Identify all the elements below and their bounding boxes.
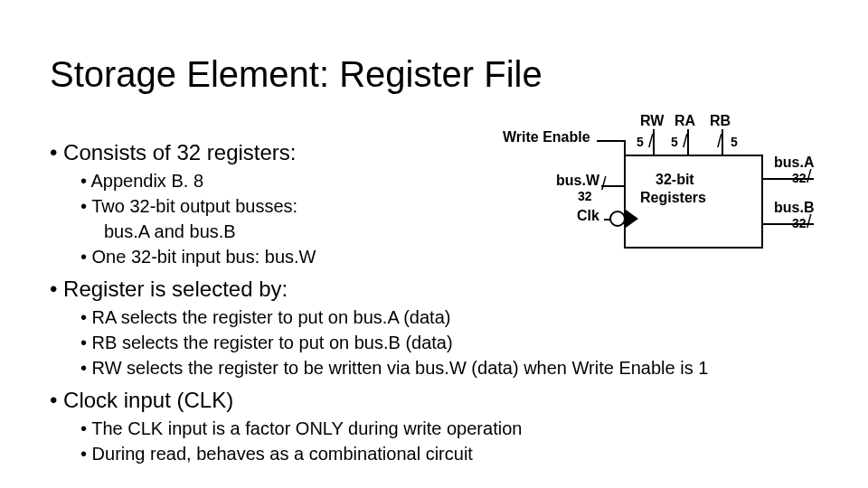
slide-title: Storage Element: Register File [50, 54, 542, 95]
bullet-rw: RW selects the register to be written vi… [80, 357, 777, 380]
bullet-selected-by: Register is selected by: [50, 276, 556, 303]
bullet-clock: Clock input (CLK) [50, 387, 556, 414]
bullet-clk-write: The CLK input is a factor ONLY during wr… [80, 418, 556, 440]
bullet-busab: bus.A and bus.B [104, 221, 556, 243]
box-label-registers: Registers [640, 190, 706, 206]
bullet-appendix: Appendix B. 8 [80, 170, 556, 192]
clock-triangle-icon [626, 210, 638, 228]
label-busw-32: 32 [578, 189, 592, 203]
bullet-two-output: Two 32-bit output busses: [80, 195, 556, 218]
label-write-enable: Write Enable [503, 129, 590, 145]
wire-clk [604, 219, 610, 221]
bullet-rb: RB selects the register to put on bus.B … [80, 332, 556, 354]
label-rw: RW [640, 113, 664, 129]
label-clk: Clk [577, 208, 599, 224]
bullet-one-input: One 32-bit input bus: bus.W [80, 246, 556, 268]
slash-icon: / [717, 131, 722, 152]
bullet-consists: Consists of 32 registers: [50, 139, 556, 166]
slash-icon: / [601, 174, 607, 194]
wire-write-enable [597, 140, 624, 142]
label-5-ra: 5 [671, 135, 678, 149]
label-rb: RB [710, 113, 731, 129]
label-busw: bus.W [556, 173, 599, 189]
wire-write-enable-v [624, 140, 626, 155]
slash-icon: / [807, 211, 812, 232]
label-5-rb: 5 [731, 135, 738, 149]
slide-body: Consists of 32 registers: Appendix B. 8 … [50, 136, 556, 468]
slash-icon: / [807, 166, 812, 187]
box-label-32bit: 32-bit [656, 172, 694, 188]
register-file-diagram: 32-bit Registers Write Enable RW RA RB /… [506, 113, 850, 276]
label-ra: RA [675, 113, 695, 129]
bullet-clk-read: During read, behaves as a combinational … [80, 443, 556, 465]
inverter-bubble-icon [609, 211, 626, 227]
label-5-rw: 5 [637, 135, 644, 149]
label-busa-32: 32 [792, 171, 807, 185]
bullet-ra: RA selects the register to put on bus.A … [80, 306, 556, 329]
slash-icon: / [648, 131, 654, 152]
slash-icon: / [683, 131, 688, 152]
label-busb-32: 32 [792, 216, 807, 230]
